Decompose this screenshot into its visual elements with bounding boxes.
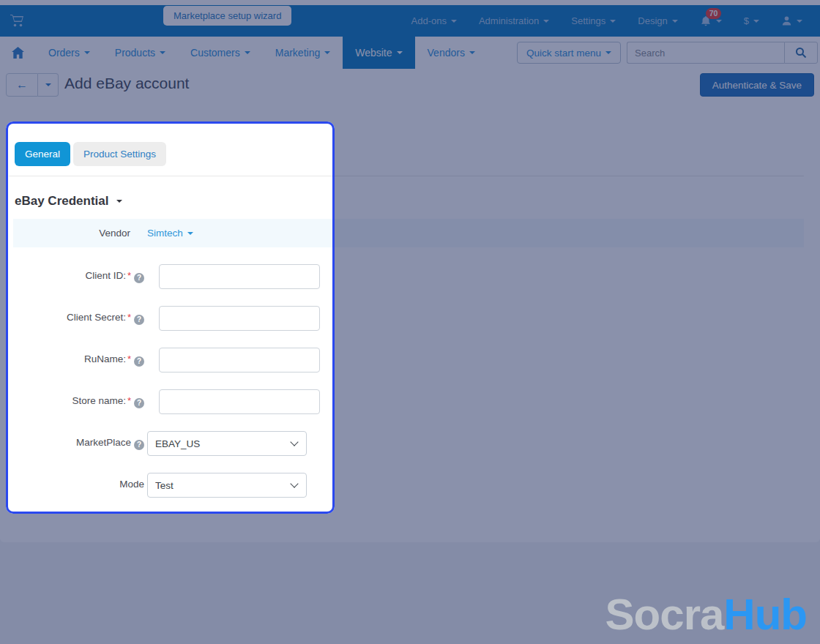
chevron-down-icon [397,51,403,54]
search-group [627,42,818,64]
notifications-menu[interactable]: 70 [700,15,722,27]
main-navbar: Orders Products Customers Marketing Webs… [0,37,820,69]
nav-right-tools: Quick start menu [517,37,818,69]
chevron-down-icon [45,83,51,86]
help-icon[interactable]: ? [134,356,144,367]
top-menu: Add-ons Administration Settings Design 7… [411,15,802,27]
chevron-down-icon [245,51,250,54]
form-row-mode: Mode Test [0,473,805,498]
home-icon [12,47,24,59]
menu-addons[interactable]: Add-ons [411,15,457,26]
required-mark: * [127,395,131,406]
help-icon[interactable]: ? [134,315,144,325]
home-nav-button[interactable] [0,37,36,69]
socrahub-logo: SocraHub [605,593,807,637]
chevron-down-icon [84,51,90,54]
runame-input[interactable] [159,348,320,372]
authenticate-save-button[interactable]: Authenticate & Save [700,73,814,97]
menu-design[interactable]: Design [638,15,677,26]
chevron-down-icon [451,20,457,23]
tab-divider [9,176,804,176]
user-account-menu[interactable] [781,15,802,26]
storefront-cart-button[interactable] [10,15,24,27]
page-header: ← Add eBay account Authenticate & Save [0,69,820,102]
marketplace-select[interactable]: EBAY_US [147,431,307,456]
vendor-row: Vendor Simtech [13,219,804,247]
tab-general[interactable]: General [15,142,70,166]
help-icon[interactable]: ? [134,440,144,450]
logo-text-socra: Socra [605,590,724,639]
form-row-client-id: Client ID:*? [0,264,805,289]
help-icon[interactable]: ? [134,273,144,283]
back-button[interactable]: ← [6,73,38,97]
search-input[interactable] [627,42,784,64]
nav-item-marketing[interactable]: Marketing [263,37,343,69]
nav-item-vendors[interactable]: Vendors [415,37,488,69]
chevron-down-icon [543,20,549,23]
chevron-down-icon [753,20,759,23]
required-mark: * [127,312,131,323]
search-icon [795,47,807,59]
chevron-down-icon [116,200,122,203]
nav-item-customers[interactable]: Customers [178,37,263,69]
chevron-down-icon [469,51,475,54]
cart-icon [10,15,24,27]
client-secret-input[interactable] [159,306,320,331]
nav-item-website[interactable]: Website [343,37,414,69]
menu-settings[interactable]: Settings [571,15,616,26]
nav-item-orders[interactable]: Orders [36,37,102,69]
section-heading-ebay-credential[interactable]: eBay Credential [15,194,122,209]
required-mark: * [127,270,131,281]
runame-label: RuName:*? [0,353,144,367]
required-mark: * [127,353,131,364]
marketplace-select-wrap: EBAY_US [147,431,307,456]
chevron-down-icon [160,51,165,54]
marketplace-label: MarketPlace? [0,437,144,450]
chevron-down-icon [716,20,722,23]
form-row-client-secret: Client Secret:*? [0,306,805,331]
form-row-runame: RuName:*? [0,348,805,372]
chevron-down-icon [797,20,802,23]
chevron-down-icon [324,51,330,54]
mode-select-wrap: Test [147,473,307,498]
chevron-down-icon [610,20,616,23]
vendor-select-link[interactable]: Simtech [147,219,193,247]
tab-bar: General Product Settings [15,142,166,166]
notification-count-badge: 70 [706,8,722,19]
client-secret-label: Client Secret:*? [0,312,144,325]
chevron-down-icon [672,20,678,23]
back-button-group: ← [6,73,59,97]
store-name-input[interactable] [159,389,320,414]
client-id-label: Client ID:*? [0,270,144,283]
page-title: Add eBay account [64,75,189,92]
store-name-label: Store name:*? [0,395,144,408]
help-icon[interactable]: ? [134,398,144,408]
page-card: Orders Products Customers Marketing Webs… [0,37,820,542]
chevron-down-icon [187,232,193,235]
form-row-store-name: Store name:*? [0,389,805,414]
nav-item-products[interactable]: Products [102,37,178,69]
back-options-button[interactable] [38,73,59,97]
currency-menu[interactable]: $ [744,15,759,26]
quick-start-menu-button[interactable]: Quick start menu [517,42,621,64]
form-row-marketplace: MarketPlace? EBAY_US [0,431,805,456]
top-navbar: Marketplace setup wizard Add-ons Adminis… [0,5,820,37]
marketplace-setup-wizard-button[interactable]: Marketplace setup wizard [163,6,291,26]
menu-administration[interactable]: Administration [479,15,549,26]
top-strip [0,0,820,5]
chevron-down-icon [605,51,611,54]
mode-select[interactable]: Test [147,473,307,498]
search-button[interactable] [784,42,818,64]
logo-text-hub: Hub [723,590,807,639]
client-id-input[interactable] [159,264,320,289]
mode-label: Mode [0,479,144,490]
user-icon [781,15,792,26]
vendor-label: Vendor [13,219,130,247]
tab-product-settings[interactable]: Product Settings [73,142,166,166]
admin-screen: Marketplace setup wizard Add-ons Adminis… [0,0,820,644]
